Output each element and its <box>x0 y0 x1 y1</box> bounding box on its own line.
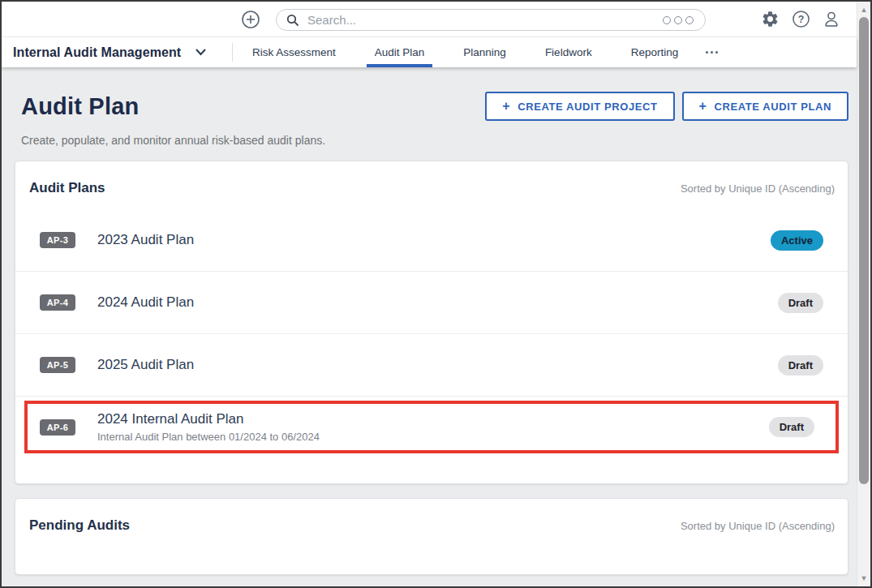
row-id-badge: AP-6 <box>40 419 75 436</box>
row-text: 2024 Audit Plan <box>97 294 194 311</box>
status-badge: Draft <box>769 417 814 437</box>
search-icon <box>286 14 299 27</box>
row-id-badge: AP-4 <box>40 294 75 311</box>
row-title[interactable]: 2023 Audit Plan <box>97 232 194 248</box>
search-bar[interactable] <box>276 9 706 31</box>
app-window: ? Internal Audit Management Risk Assessm… <box>0 0 872 588</box>
audit-plans-list: AP-3 2023 Audit Plan Active AP-4 2024 Au… <box>15 209 848 458</box>
table-row[interactable]: AP-4 2024 Audit Plan Draft <box>15 271 848 333</box>
pending-audits-sort-label: Sorted by Unique ID (Ascending) <box>681 520 835 532</box>
page-header: Audit Plan + CREATE AUDIT PROJECT + CREA… <box>21 92 848 121</box>
status-badge: Draft <box>778 293 823 313</box>
create-audit-project-label: CREATE AUDIT PROJECT <box>518 101 657 113</box>
row-text: 2025 Audit Plan <box>97 357 194 373</box>
plus-icon: + <box>502 100 510 113</box>
status-badge: Draft <box>778 355 823 376</box>
create-audit-plan-label: CREATE AUDIT PLAN <box>714 101 831 113</box>
scrollbar-down-arrow-icon[interactable]: ▼ <box>857 573 870 583</box>
nav-tabs: Risk Assessment Audit Plan Planning Fiel… <box>233 37 726 67</box>
tab-reporting[interactable]: Reporting <box>612 37 698 67</box>
vertical-scrollbar[interactable]: ▲ ▼ <box>857 2 870 586</box>
app-switcher-dropdown[interactable]: Internal Audit Management <box>2 37 232 67</box>
plus-icon: + <box>699 100 707 113</box>
row-title[interactable]: 2025 Audit Plan <box>97 357 194 373</box>
table-row[interactable]: AP-3 2023 Audit Plan Active <box>15 209 848 271</box>
page-title: Audit Plan <box>21 93 139 120</box>
settings-gear-icon[interactable] <box>761 10 780 29</box>
top-bar: ? <box>2 2 857 37</box>
row-subtitle: Internal Audit Plan between 01/2024 to 0… <box>97 431 320 443</box>
audit-plans-title: Audit Plans <box>29 180 105 196</box>
scrollbar-up-arrow-icon[interactable]: ▲ <box>857 5 870 15</box>
app-name: Internal Audit Management <box>13 45 181 60</box>
scrollbar-thumb[interactable] <box>859 17 869 484</box>
row-inner[interactable]: AP-3 2023 Audit Plan Active <box>15 209 848 271</box>
pending-audits-card-header: Pending Audits Sorted by Unique ID (Asce… <box>15 499 848 547</box>
row-inner[interactable]: AP-4 2024 Audit Plan Draft <box>15 272 848 333</box>
row-title[interactable]: 2024 Internal Audit Plan <box>97 411 320 427</box>
row-inner[interactable]: AP-6 2024 Internal Audit Plan Internal A… <box>24 401 839 453</box>
row-inner[interactable]: AP-5 2025 Audit Plan Draft <box>15 334 848 396</box>
tab-fieldwork[interactable]: Fieldwork <box>526 37 612 67</box>
create-audit-project-button[interactable]: + CREATE AUDIT PROJECT <box>485 92 674 121</box>
chevron-down-icon <box>195 49 206 56</box>
nav-bar: Internal Audit Management Risk Assessmen… <box>2 37 857 67</box>
add-icon[interactable] <box>241 10 260 29</box>
row-text: 2023 Audit Plan <box>97 232 194 248</box>
svg-text:?: ? <box>798 14 805 25</box>
audit-plans-card-header: Audit Plans Sorted by Unique ID (Ascendi… <box>15 161 848 209</box>
search-input[interactable] <box>306 12 663 28</box>
user-profile-icon[interactable] <box>822 10 841 29</box>
main-content: Audit Plan + CREATE AUDIT PROJECT + CREA… <box>2 67 857 586</box>
audit-plans-card: Audit Plans Sorted by Unique ID (Ascendi… <box>15 161 848 484</box>
row-id-badge: AP-5 <box>40 357 75 373</box>
tab-audit-plan[interactable]: Audit Plan <box>355 37 445 67</box>
table-row[interactable]: AP-6 2024 Internal Audit Plan Internal A… <box>15 396 848 458</box>
pending-audits-title: Pending Audits <box>29 517 130 534</box>
row-id-badge: AP-3 <box>40 232 75 248</box>
create-audit-plan-button[interactable]: + CREATE AUDIT PLAN <box>682 92 848 121</box>
nav-more-ellipsis-icon[interactable] <box>698 37 726 67</box>
page-description: Create, populate, and monitor annual ris… <box>21 134 848 147</box>
help-icon[interactable]: ? <box>792 10 811 29</box>
tab-risk-assessment[interactable]: Risk Assessment <box>233 37 355 67</box>
row-text: 2024 Internal Audit Plan Internal Audit … <box>97 411 320 443</box>
search-options-ellipsis-icon[interactable] <box>663 16 694 24</box>
header-buttons: + CREATE AUDIT PROJECT + CREATE AUDIT PL… <box>485 92 848 121</box>
audit-plans-sort-label: Sorted by Unique ID (Ascending) <box>681 182 835 195</box>
status-badge: Active <box>771 230 823 251</box>
tab-planning[interactable]: Planning <box>444 37 526 67</box>
row-title[interactable]: 2024 Audit Plan <box>97 294 194 311</box>
table-row[interactable]: AP-5 2025 Audit Plan Draft <box>15 333 848 396</box>
pending-audits-card: Pending Audits Sorted by Unique ID (Asce… <box>15 498 848 575</box>
